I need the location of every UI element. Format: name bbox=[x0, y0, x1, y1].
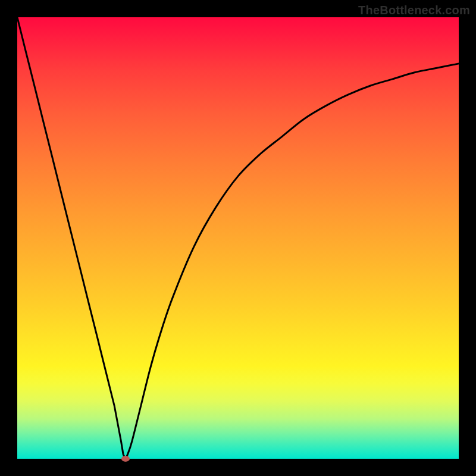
bottleneck-curve bbox=[17, 17, 459, 459]
chart-stage: TheBottleneck.com bbox=[0, 0, 476, 476]
curve-right-limb bbox=[126, 64, 459, 459]
curve-left-limb bbox=[17, 17, 126, 459]
watermark-text: TheBottleneck.com bbox=[358, 4, 470, 17]
optimal-point-marker bbox=[121, 456, 130, 462]
plot-area bbox=[17, 17, 459, 459]
